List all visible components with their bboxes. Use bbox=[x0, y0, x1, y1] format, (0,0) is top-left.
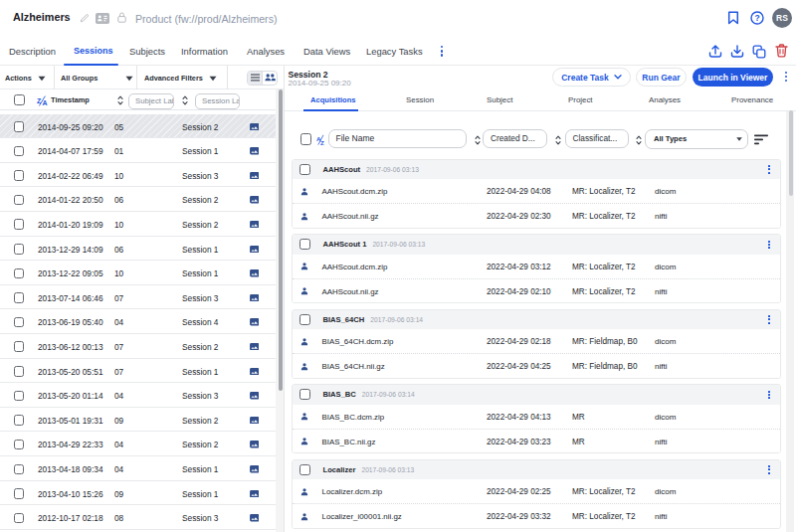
svg-text:?: ? bbox=[754, 13, 759, 23]
